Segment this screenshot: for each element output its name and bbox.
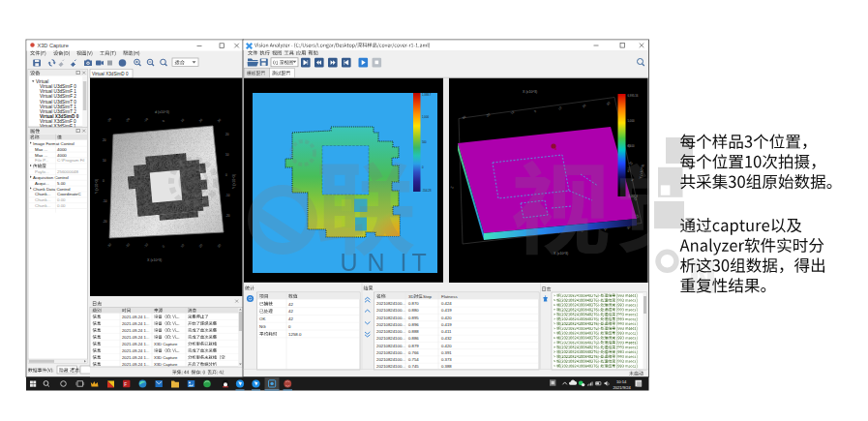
svg-text:T: T xyxy=(412,249,427,276)
svg-text:0.391: 0.391 xyxy=(441,350,452,355)
svg-text:20210824100...: 20210824100... xyxy=(376,364,405,369)
svg-text:20: 20 xyxy=(225,133,229,136)
svg-text:0.411: 0.411 xyxy=(441,329,452,334)
svg-text:2,500: 2,500 xyxy=(628,144,635,148)
svg-text:0.879: 0.879 xyxy=(408,344,419,348)
svg-text:0: 0 xyxy=(225,173,227,177)
svg-text:Chunk...: Chunk... xyxy=(35,192,50,196)
svg-text:0.424: 0.424 xyxy=(441,301,452,306)
svg-text:0.886: 0.886 xyxy=(408,336,419,341)
svg-text:-10: -10 xyxy=(103,199,107,203)
svg-text:0.419: 0.419 xyxy=(441,322,452,327)
svg-text:Virtual: Virtual xyxy=(36,79,48,84)
svg-text:20210824100...: 20210824100... xyxy=(376,316,405,320)
svg-text:42: 42 xyxy=(288,309,293,314)
svg-text:X (x10^3): X (x10^3) xyxy=(147,258,162,262)
svg-text:-554.28: -554.28 xyxy=(422,189,432,193)
svg-text:F: F xyxy=(124,382,127,387)
svg-text:Chunk...: Chunk... xyxy=(35,203,50,208)
svg-text:C:\Program Fil: C:\Program Fil xyxy=(57,158,84,163)
svg-text:Chunk...: Chunk... xyxy=(35,197,50,202)
svg-text:File P...: File P... xyxy=(35,158,48,163)
svg-text:20210824100...: 20210824100... xyxy=(376,301,405,306)
svg-text:20210824100...: 20210824100... xyxy=(376,357,405,362)
svg-text:Chunk Data Control: Chunk Data Control xyxy=(33,187,71,192)
svg-text:6,995.16: 6,995.16 xyxy=(628,94,639,98)
svg-text:5.00: 5.00 xyxy=(57,181,66,186)
svg-text:U: U xyxy=(341,249,358,276)
svg-text:2021/9/24: 2021/9/24 xyxy=(614,385,632,390)
svg-text:10:14: 10:14 xyxy=(616,379,627,384)
svg-text:Paylo...: Paylo... xyxy=(35,169,49,174)
svg-text:1258.0: 1258.0 xyxy=(288,332,302,337)
svg-text:20210824100...: 20210824100... xyxy=(376,350,405,355)
svg-text:500: 500 xyxy=(422,140,427,144)
svg-text:20210824100...: 20210824100... xyxy=(376,329,405,334)
svg-text:Flatness: Flatness xyxy=(441,294,458,299)
svg-text:Max ...: Max ... xyxy=(35,153,47,158)
svg-text:X (x10^3): X (x10^3) xyxy=(523,90,537,94)
svg-text:Image Format Control: Image Format Control xyxy=(33,141,75,146)
svg-text:Acqui...: Acqui... xyxy=(35,181,49,186)
svg-text:-10: -10 xyxy=(225,194,230,197)
svg-text:Acquisition Control: Acquisition Control xyxy=(33,175,69,180)
svg-text:3D: 3D xyxy=(408,294,414,299)
svg-text:0.870: 0.870 xyxy=(408,301,419,306)
svg-text:42: 42 xyxy=(288,302,293,307)
svg-text:d (x10^3): d (x10^3) xyxy=(155,110,169,114)
svg-text:0.00: 0.00 xyxy=(57,197,66,202)
svg-text:0.432: 0.432 xyxy=(441,336,452,341)
svg-text:20210824100...: 20210824100... xyxy=(376,336,405,341)
svg-text:4000: 4000 xyxy=(57,147,67,152)
svg-text:0.880: 0.880 xyxy=(408,308,419,313)
svg-text:0.754: 0.754 xyxy=(408,357,419,362)
svg-text:20: 20 xyxy=(103,138,106,142)
svg-text:Y (x10^3): Y (x10^3) xyxy=(232,174,236,189)
svg-text:0.388: 0.388 xyxy=(441,364,452,369)
svg-text:0.745: 0.745 xyxy=(408,364,419,369)
svg-text:5,000: 5,000 xyxy=(628,119,635,123)
svg-text:Step: Step xyxy=(423,294,433,299)
svg-text:10: 10 xyxy=(225,153,229,157)
svg-text:1,000: 1,000 xyxy=(422,115,429,119)
svg-text:-20: -20 xyxy=(103,220,107,224)
svg-text:X3D Capture: X3D Capture xyxy=(38,43,69,48)
svg-text:Y (x10^3): Y (x10^3) xyxy=(95,179,99,194)
svg-text:OK: OK xyxy=(259,316,265,321)
svg-text:Virtual X3dSimD 0: Virtual X3dSimD 0 xyxy=(92,72,129,76)
svg-text:I: I xyxy=(401,249,407,276)
svg-text:0: 0 xyxy=(103,179,105,183)
svg-text:42: 42 xyxy=(288,316,293,321)
svg-text:0.00: 0.00 xyxy=(57,203,66,208)
svg-text:20210824100...: 20210824100... xyxy=(376,322,405,327)
svg-text:0.895: 0.895 xyxy=(408,316,419,320)
svg-text:1,388.7: 1,388.7 xyxy=(422,93,432,97)
svg-text:CoordinateC: CoordinateC xyxy=(57,192,81,196)
svg-text:Max ...: Max ... xyxy=(35,147,47,152)
svg-text:N: N xyxy=(368,249,385,276)
svg-text:0.373: 0.373 xyxy=(441,357,452,362)
svg-text:0.420: 0.420 xyxy=(441,344,452,348)
svg-text:20210824100...: 20210824100... xyxy=(376,344,405,348)
svg-text:-20: -20 xyxy=(225,214,230,218)
svg-text:NG: NG xyxy=(259,324,266,329)
svg-text:0.888: 0.888 xyxy=(408,329,419,334)
svg-text:0.420: 0.420 xyxy=(441,316,452,320)
svg-text:0.766: 0.766 xyxy=(408,350,419,355)
svg-text:10: 10 xyxy=(103,159,106,163)
svg-text:4000: 4000 xyxy=(57,153,67,158)
svg-text:0.419: 0.419 xyxy=(441,308,452,313)
svg-text:20210824100...: 20210824100... xyxy=(376,308,405,313)
svg-text:256000048: 256000048 xyxy=(57,169,79,174)
svg-text:0.896: 0.896 xyxy=(408,322,419,327)
